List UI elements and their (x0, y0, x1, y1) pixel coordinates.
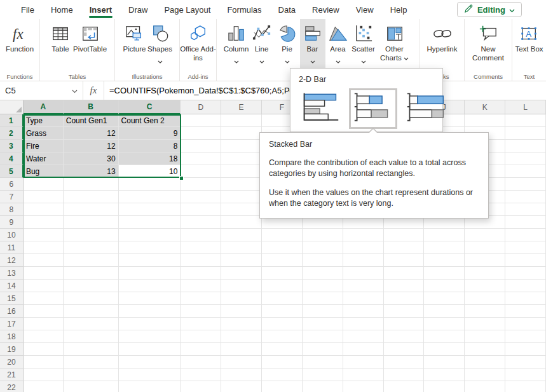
cell-B3[interactable]: 12 (64, 140, 119, 152)
cell-G20[interactable] (303, 356, 343, 368)
cell-L4[interactable] (505, 152, 546, 165)
cell-E21[interactable] (221, 368, 262, 381)
cell-J20[interactable] (424, 356, 465, 368)
cell-H20[interactable] (343, 356, 384, 368)
cell-F10[interactable] (262, 229, 303, 241)
cell-I19[interactable] (384, 343, 425, 356)
cell-L12[interactable] (505, 254, 546, 267)
cell-A3[interactable]: Fire (24, 140, 64, 152)
cell-H12[interactable] (343, 254, 384, 267)
row-header-8[interactable]: 8 (0, 203, 24, 216)
cell-I13[interactable] (384, 267, 425, 280)
cell-E4[interactable] (221, 152, 262, 165)
tab-draw[interactable]: Draw (120, 0, 156, 19)
cell-A2[interactable]: Grass (24, 127, 64, 140)
cell-K1[interactable] (465, 114, 505, 127)
tab-page-layout[interactable]: Page Layout (156, 0, 219, 19)
cell-C3[interactable]: 8 (119, 140, 181, 152)
row-header-10[interactable]: 10 (0, 229, 24, 241)
cell-B15[interactable] (64, 292, 119, 305)
row-header-19[interactable]: 19 (0, 343, 24, 356)
cell-K21[interactable] (465, 368, 505, 381)
cell-B14[interactable] (64, 280, 119, 292)
cell-D15[interactable] (181, 292, 221, 305)
cell-C13[interactable] (119, 267, 181, 280)
cell-B11[interactable] (64, 241, 119, 254)
cell-H19[interactable] (343, 343, 384, 356)
table-button[interactable]: Table (48, 19, 73, 70)
cell-E3[interactable] (221, 140, 262, 152)
cell-F19[interactable] (262, 343, 303, 356)
cell-B17[interactable] (64, 318, 119, 330)
cell-E10[interactable] (221, 229, 262, 241)
cell-B5[interactable]: 13 (64, 165, 119, 178)
cell-E6[interactable] (221, 178, 262, 191)
cell-F20[interactable] (262, 356, 303, 368)
hyperlink-button[interactable]: Hyperlink (427, 19, 458, 70)
cell-B6[interactable] (64, 178, 119, 191)
cell-G11[interactable] (303, 241, 343, 254)
cell-A13[interactable] (24, 267, 64, 280)
cell-G19[interactable] (303, 343, 343, 356)
cell-D20[interactable] (181, 356, 221, 368)
cell-I14[interactable] (384, 280, 425, 292)
cell-B20[interactable] (64, 356, 119, 368)
cell-B4[interactable]: 30 (64, 152, 119, 165)
cell-L22[interactable] (505, 381, 546, 392)
cell-J15[interactable] (424, 292, 465, 305)
cell-A15[interactable] (24, 292, 64, 305)
cell-K20[interactable] (465, 356, 505, 368)
cell-F13[interactable] (262, 267, 303, 280)
cell-A9[interactable] (24, 216, 64, 229)
cell-C2[interactable]: 9 (119, 127, 181, 140)
cell-G12[interactable] (303, 254, 343, 267)
chevron-down-icon[interactable] (72, 86, 78, 95)
cell-D22[interactable] (181, 381, 221, 392)
cell-K14[interactable] (465, 280, 505, 292)
cell-E1[interactable] (221, 114, 262, 127)
cell-C9[interactable] (119, 216, 181, 229)
cell-A1[interactable]: Type (24, 114, 64, 127)
editing-mode-button[interactable]: Editing (457, 2, 522, 17)
chevron-down-icon[interactable] (259, 55, 264, 67)
cell-E11[interactable] (221, 241, 262, 254)
cell-A4[interactable]: Water (24, 152, 64, 165)
cell-K19[interactable] (465, 343, 505, 356)
picture-button[interactable]: Picture (122, 19, 147, 70)
cell-A18[interactable] (24, 330, 64, 343)
cell-C20[interactable] (119, 356, 181, 368)
cell-A5[interactable]: Bug (24, 165, 64, 178)
cell-B16[interactable] (64, 305, 119, 318)
cell-L5[interactable] (505, 165, 546, 178)
cell-J10[interactable] (424, 229, 465, 241)
cell-I17[interactable] (384, 318, 425, 330)
row-header-5[interactable]: 5 (0, 165, 24, 178)
tab-help[interactable]: Help (382, 0, 416, 19)
row-header-20[interactable]: 20 (0, 356, 24, 368)
row-header-7[interactable]: 7 (0, 191, 24, 203)
cell-L21[interactable] (505, 368, 546, 381)
cell-L1[interactable] (505, 114, 546, 127)
pivottable-button[interactable]: PivotTable (73, 19, 107, 70)
cell-A10[interactable] (24, 229, 64, 241)
cell-I16[interactable] (384, 305, 425, 318)
shapes-button[interactable]: Shapes (147, 19, 173, 70)
chevron-down-icon[interactable] (310, 55, 315, 67)
cell-E9[interactable] (221, 216, 262, 229)
cell-G18[interactable] (303, 330, 343, 343)
cell-L2[interactable] (505, 127, 546, 140)
cell-C6[interactable] (119, 178, 181, 191)
cell-B12[interactable] (64, 254, 119, 267)
cell-J22[interactable] (424, 381, 465, 392)
cell-D16[interactable] (181, 305, 221, 318)
cell-I11[interactable] (384, 241, 425, 254)
row-header-14[interactable]: 14 (0, 280, 24, 292)
column-header-A[interactable]: A (24, 100, 64, 114)
cell-F12[interactable] (262, 254, 303, 267)
cell-D19[interactable] (181, 343, 221, 356)
cell-D10[interactable] (181, 229, 221, 241)
cell-A7[interactable] (24, 191, 64, 203)
cell-K15[interactable] (465, 292, 505, 305)
office-addins-button[interactable]: Office Add-ins (180, 19, 216, 70)
cell-D11[interactable] (181, 241, 221, 254)
